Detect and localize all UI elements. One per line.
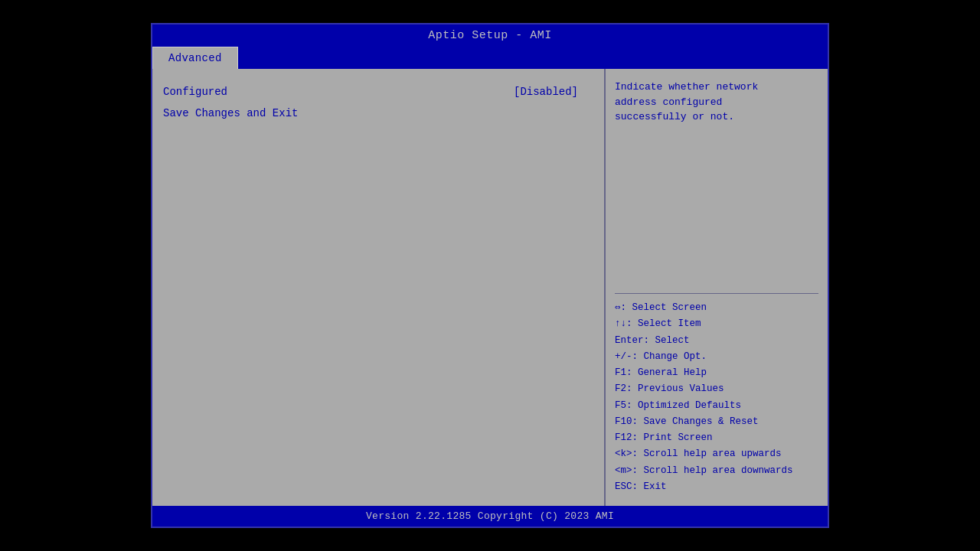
key-hint-item: F2: Previous Values [615, 381, 818, 397]
setting-row-configured[interactable]: Configured [Disabled] [163, 81, 593, 103]
key-hint-item: <k>: Scroll help area upwards [615, 446, 818, 462]
key-hint-item: F10: Save Changes & Reset [615, 414, 818, 430]
key-hint-item: <m>: Scroll help area downwards [615, 463, 818, 479]
bios-title: Aptio Setup - AMI [152, 24, 828, 47]
setting-label-configured: Configured [163, 86, 514, 98]
bios-main-panel: Configured [Disabled] Save Changes and E… [152, 69, 606, 506]
key-hint-item: +/-: Change Opt. [615, 349, 818, 365]
setting-value-configured: [Disabled] [514, 86, 578, 98]
bios-nav-bar: Advanced [152, 47, 828, 69]
bios-body: Configured [Disabled] Save Changes and E… [152, 69, 828, 506]
bios-footer: Version 2.22.1285 Copyright (C) 2023 AMI [152, 506, 828, 527]
help-text: Indicate whether network address configu… [615, 80, 818, 294]
key-hint-item: ESC: Exit [615, 479, 818, 495]
key-hint-item: ↑↓: Select Item [615, 316, 818, 332]
key-hint-item: F5: Optimized Defaults [615, 398, 818, 414]
bios-sidebar: Indicate whether network address configu… [606, 69, 828, 506]
key-hint-item: Enter: Select [615, 333, 818, 349]
action-save-exit[interactable]: Save Changes and Exit [163, 103, 593, 124]
key-hints: ⇔: Select Screen↑↓: Select ItemEnter: Se… [615, 300, 818, 495]
bios-window: Aptio Setup - AMI Advanced Configured [D… [151, 23, 829, 528]
key-hint-item: F12: Print Screen [615, 430, 818, 446]
tab-advanced[interactable]: Advanced [152, 47, 238, 69]
key-hint-item: ⇔: Select Screen [615, 300, 818, 316]
key-hint-item: F1: General Help [615, 365, 818, 381]
